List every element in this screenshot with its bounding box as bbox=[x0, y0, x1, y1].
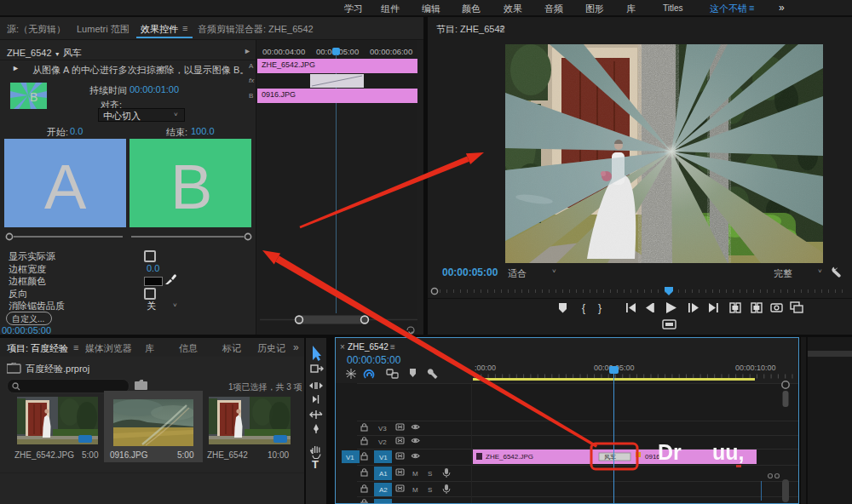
svg-text:M: M bbox=[412, 486, 418, 494]
svg-text:ZHE_6542.JPG: ZHE_6542.JPG bbox=[486, 453, 533, 461]
svg-text:uu,: uu, bbox=[712, 440, 745, 464]
svg-text:V2: V2 bbox=[378, 438, 387, 446]
svg-text:V3: V3 bbox=[378, 425, 387, 432]
svg-text:V1: V1 bbox=[379, 454, 388, 461]
svg-text:S: S bbox=[428, 470, 432, 478]
svg-text:T: T bbox=[312, 458, 319, 471]
svg-text:S: S bbox=[428, 486, 432, 494]
svg-text:{: { bbox=[582, 302, 585, 314]
svg-text:Dr: Dr bbox=[658, 440, 682, 464]
svg-text:V1: V1 bbox=[346, 454, 354, 461]
svg-text:M: M bbox=[412, 470, 418, 478]
svg-text:B: B bbox=[30, 90, 37, 104]
svg-text:}: } bbox=[598, 302, 602, 314]
svg-text:A1: A1 bbox=[379, 470, 388, 478]
svg-text:A2: A2 bbox=[379, 486, 388, 494]
